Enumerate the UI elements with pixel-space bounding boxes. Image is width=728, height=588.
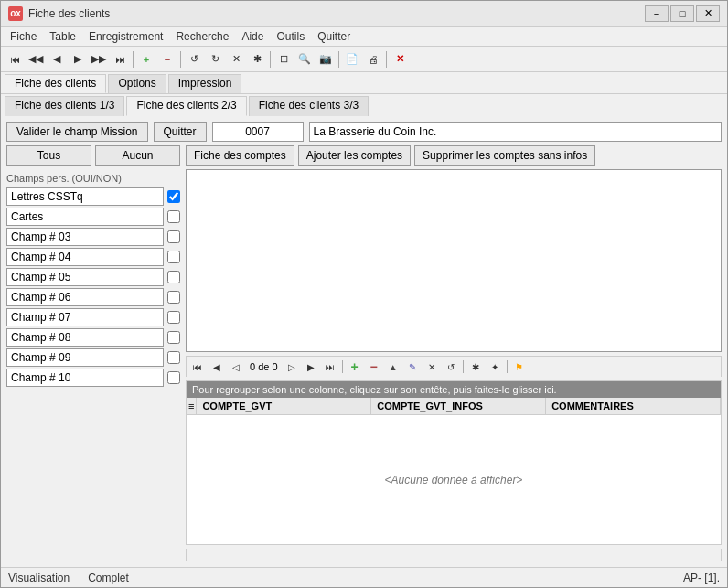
tb-delete[interactable]: − [157,50,177,69]
action-buttons: Fiche des comptes Ajouter les comptes Su… [186,145,722,166]
tab-inner-3[interactable]: Fiche des clients 3/3 [249,96,369,116]
grid-filter2[interactable]: ✦ [486,358,504,375]
grid-cancel[interactable]: ✕ [423,358,441,375]
field-checkbox-8[interactable] [167,351,180,364]
field-label-6: Champ # 07 [6,308,164,326]
tb-camera[interactable]: 📷 [316,50,336,69]
field-checkbox-9[interactable] [167,371,180,384]
name-field[interactable] [309,122,722,142]
grid-add[interactable]: + [346,358,364,375]
grid-prev[interactable]: ◀ [208,358,226,375]
grid-sep-3 [507,360,508,373]
grid-prev2[interactable]: ◁ [227,358,245,375]
window-controls: − □ ✕ [645,5,720,22]
fiche-comptes-button[interactable]: Fiche des comptes [186,145,294,166]
grid-header: ≡ COMPTE_GVT COMPTE_GVT_INFOS COMMENTAIR… [187,398,721,415]
grid-special[interactable]: ⚑ [510,358,529,375]
tous-button[interactable]: Tous [6,145,91,166]
id-field[interactable] [212,122,304,142]
col-compte-gvt[interactable]: COMPTE_GVT [197,398,371,414]
field-checkbox-1[interactable] [167,210,180,223]
tb-print[interactable]: 🖨 [363,50,383,69]
col-commentaires[interactable]: COMMENTAIRES [546,398,721,414]
tb-close[interactable]: ✕ [390,50,410,69]
grid-edit[interactable]: ✎ [403,358,422,375]
maximize-button[interactable]: □ [670,5,694,22]
menu-fiche[interactable]: Fiche [5,29,42,44]
tb-prev-prev[interactable]: ◀◀ [26,50,46,69]
aucun-button[interactable]: Aucun [95,145,180,166]
tab-outer-options[interactable]: Options [108,74,166,93]
search-input[interactable] [186,169,722,352]
scrollbar[interactable] [186,549,722,561]
grid-del[interactable]: − [365,358,383,375]
field-checkbox-0[interactable] [167,190,180,203]
close-button[interactable]: ✕ [696,5,720,22]
grid-container: Pour regrouper selon une colonne, clique… [186,380,722,545]
status-mode: Visualisation [8,572,70,584]
field-checkbox-2[interactable] [167,230,180,243]
tb-next-next[interactable]: ▶▶ [89,50,109,69]
field-checkbox-5[interactable] [167,291,180,304]
field-item: Champ # 09 [6,348,180,367]
grid-next2[interactable]: ▷ [283,358,301,375]
tb-prev[interactable]: ◀ [47,50,67,69]
grid-next[interactable]: ▶ [302,358,320,375]
menu-aide[interactable]: Aide [236,29,269,44]
field-label-9: Champ # 10 [6,369,164,387]
quit-button[interactable]: Quitter [154,122,207,142]
grid-sep-1 [342,360,343,373]
status-bar: Visualisation Complet AP- [1]. [1,567,727,587]
field-checkbox-4[interactable] [167,271,180,283]
field-label-5: Champ # 06 [6,288,164,306]
field-checkbox-7[interactable] [167,331,180,344]
field-item: Champ # 06 [6,288,180,306]
grid-refresh[interactable]: ↺ [442,358,460,375]
status-position: AP- [1]. [683,572,720,584]
tb-pdf[interactable]: 📄 [342,50,362,69]
tb-filter[interactable]: ⊟ [273,50,294,69]
tb-btn1[interactable]: ↺ [184,50,204,69]
tab-inner-2[interactable]: Fiche des clients 2/3 [126,96,246,116]
tb-next[interactable]: ▶ [68,50,88,69]
field-item: Champ # 03 [6,228,180,246]
tab-outer-fiche[interactable]: Fiche des clients [5,74,106,93]
main-content: Tous Aucun Champs pers. (OUI/NON) Lettre… [6,145,722,561]
tb-add[interactable]: + [136,50,156,69]
menu-recherche[interactable]: Recherche [170,29,234,44]
menu-outils[interactable]: Outils [271,29,310,44]
col-drag-handle: ≡ [187,398,197,414]
grid-first[interactable]: ⏮ [188,358,207,375]
grid-last[interactable]: ⏭ [321,358,339,375]
menu-quitter[interactable]: Quitter [312,29,356,44]
tb-btn4[interactable]: ✱ [247,50,267,69]
field-label-1: Cartes [6,208,164,226]
menu-enregistrement[interactable]: Enregistrement [83,29,168,44]
tb-first[interactable]: ⏮ [5,50,25,69]
grid-filter[interactable]: ✱ [466,358,485,375]
tab-inner-1[interactable]: Fiche des clients 1/3 [5,96,124,116]
col-compte-gvt-infos[interactable]: COMPTE_GVT_INFOS [371,398,546,414]
field-item: Champ # 04 [6,248,180,266]
supprimer-comptes-button[interactable]: Supprimer les comptes sans infos [414,145,595,166]
grid-toolbar: ⏮ ◀ ◁ 0 de 0 ▷ ▶ ⏭ + − ▲ ✎ ✕ ↺ ✱ ✦ [186,356,722,377]
tab-outer-impression[interactable]: Impression [168,74,242,93]
tb-btn3[interactable]: ✕ [226,50,246,69]
tb-last[interactable]: ⏭ [110,50,130,69]
minimize-button[interactable]: − [645,5,669,22]
tb-btn2[interactable]: ↻ [205,50,225,69]
content-area: Valider le champ Mission Quitter Tous Au… [1,116,727,567]
menu-table[interactable]: Table [44,29,81,44]
field-checkbox-3[interactable] [167,251,180,263]
field-checkbox-6[interactable] [167,311,180,324]
grid-up[interactable]: ▲ [384,358,402,375]
field-item: Cartes [6,208,180,226]
field-item: Champ # 07 [6,308,180,326]
left-panel: Tous Aucun Champs pers. (OUI/NON) Lettre… [6,145,180,561]
validate-button[interactable]: Valider le champ Mission [6,122,148,142]
title-bar-left: ox Fiche des clients [8,6,110,21]
tb-search[interactable]: 🔍 [294,50,315,69]
ajouter-comptes-button[interactable]: Ajouter les comptes [298,145,411,166]
tb-sep-1 [133,51,134,68]
inner-tabs: Fiche des clients 1/3 Fiche des clients … [1,94,727,116]
